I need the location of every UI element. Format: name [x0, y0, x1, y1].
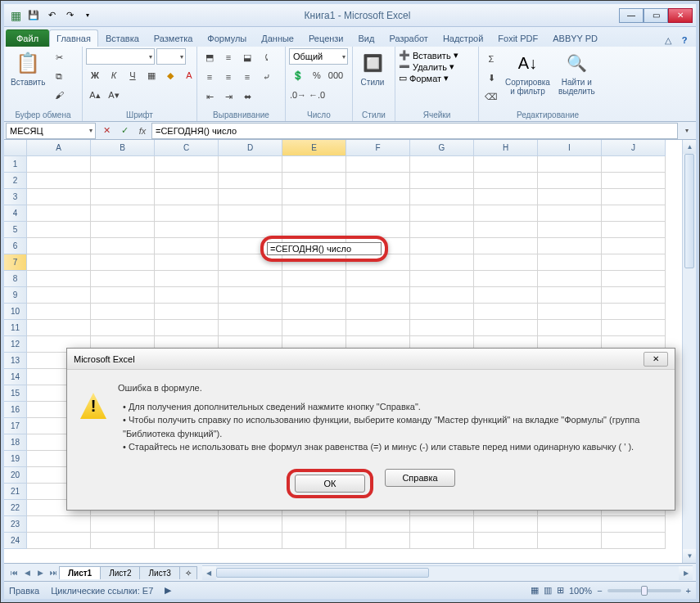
fill-color-button[interactable]: ◆ [161, 66, 179, 84]
cell[interactable] [91, 271, 155, 287]
row-header[interactable]: 17 [4, 418, 27, 434]
cell[interactable] [346, 156, 410, 173]
cell[interactable] [91, 205, 155, 222]
enter-formula-button[interactable]: ✓ [115, 123, 133, 139]
row-header[interactable]: 16 [4, 402, 27, 418]
decrease-font-button[interactable]: A▾ [105, 86, 123, 104]
help-icon[interactable]: ? [678, 34, 691, 47]
row-header[interactable]: 21 [4, 484, 27, 500]
vertical-scrollbar[interactable]: ▲ ▼ [682, 140, 696, 563]
cell[interactable] [538, 205, 602, 222]
cell[interactable] [282, 320, 346, 336]
dialog-close-button[interactable]: ✕ [644, 352, 668, 367]
view-layout-button[interactable]: ▥ [544, 585, 552, 596]
wrap-text-button[interactable]: ⤶ [257, 68, 275, 86]
align-bottom-button[interactable]: ⬓ [238, 48, 256, 66]
cell[interactable] [346, 304, 410, 320]
clear-button[interactable]: ⌫ [482, 88, 500, 106]
cell[interactable] [219, 304, 282, 320]
view-normal-button[interactable]: ▦ [531, 585, 539, 596]
cut-button[interactable]: ✂ [50, 48, 68, 66]
font-size-combo[interactable] [156, 48, 186, 65]
tab-formulas[interactable]: Формулы [200, 29, 254, 47]
cell[interactable] [155, 238, 219, 254]
column-header[interactable]: G [410, 140, 474, 156]
align-center-button[interactable]: ≡ [219, 68, 237, 86]
cell[interactable] [538, 173, 602, 189]
cell[interactable] [91, 320, 155, 336]
cell[interactable] [27, 189, 91, 205]
help-button[interactable]: Справка [385, 469, 455, 487]
insert-cells-button[interactable]: ➕Вставить ▾ [399, 50, 458, 61]
cell[interactable] [219, 173, 282, 189]
scroll-up-button[interactable]: ▲ [683, 140, 696, 154]
column-header[interactable]: I [538, 140, 602, 156]
cell[interactable] [410, 533, 474, 549]
macro-record-icon[interactable]: ▶ [165, 585, 171, 596]
border-button[interactable]: ▦ [142, 66, 160, 84]
cell[interactable] [27, 238, 91, 254]
cell[interactable] [602, 156, 666, 173]
autosum-button[interactable]: Σ [482, 50, 500, 68]
cell[interactable] [602, 516, 666, 533]
formula-input[interactable]: =СЕГОДНЯ() число [151, 123, 678, 139]
cell[interactable] [219, 320, 282, 336]
row-header[interactable]: 15 [4, 385, 27, 402]
zoom-out-button[interactable]: − [597, 586, 602, 596]
cell[interactable] [219, 189, 282, 205]
cell[interactable] [155, 516, 219, 533]
zoom-slider[interactable] [607, 589, 681, 592]
cell[interactable] [346, 205, 410, 222]
ok-button[interactable]: ОК [295, 475, 365, 493]
cell[interactable] [474, 271, 538, 287]
cell[interactable] [602, 189, 666, 205]
cell[interactable] [410, 189, 474, 205]
row-header[interactable]: 1 [4, 156, 27, 173]
cell[interactable] [91, 189, 155, 205]
horizontal-scrollbar[interactable]: ◀ ▶ [202, 565, 693, 579]
cell[interactable] [282, 205, 346, 222]
bold-button[interactable]: Ж [86, 66, 104, 84]
cell[interactable] [282, 189, 346, 205]
row-header[interactable]: 3 [4, 189, 27, 205]
increase-decimal-button[interactable]: .0→ [289, 86, 307, 104]
cell[interactable] [282, 287, 346, 304]
cell[interactable] [410, 254, 474, 271]
decrease-indent-button[interactable]: ⇤ [201, 88, 219, 106]
cell[interactable] [155, 271, 219, 287]
cell[interactable] [538, 254, 602, 271]
cell[interactable] [27, 287, 91, 304]
cell[interactable] [538, 516, 602, 533]
align-right-button[interactable]: ≡ [238, 68, 256, 86]
cell[interactable] [538, 304, 602, 320]
cell[interactable] [27, 320, 91, 336]
cell[interactable] [538, 533, 602, 549]
cell[interactable] [155, 156, 219, 173]
row-header[interactable]: 8 [4, 271, 27, 287]
sheet-tab-1[interactable]: Лист1 [59, 566, 101, 579]
cell[interactable] [91, 304, 155, 320]
cell[interactable] [91, 516, 155, 533]
cell[interactable] [410, 238, 474, 254]
new-sheet-button[interactable]: ✧ [179, 566, 197, 579]
row-header[interactable]: 13 [4, 353, 27, 369]
cell[interactable] [410, 287, 474, 304]
cell[interactable] [27, 173, 91, 189]
tab-home[interactable]: Главная [49, 29, 98, 47]
cell[interactable] [410, 304, 474, 320]
cell[interactable] [410, 222, 474, 238]
cell[interactable] [410, 173, 474, 189]
cell[interactable] [346, 533, 410, 549]
cell[interactable] [91, 254, 155, 271]
cell[interactable] [27, 304, 91, 320]
cell[interactable] [602, 320, 666, 336]
cell[interactable] [474, 222, 538, 238]
scroll-left-button[interactable]: ◀ [202, 566, 216, 580]
undo-button[interactable]: ↶ [43, 7, 60, 24]
cell[interactable] [602, 271, 666, 287]
cell[interactable] [27, 254, 91, 271]
font-name-combo[interactable] [86, 48, 155, 65]
cell[interactable] [282, 533, 346, 549]
row-header[interactable]: 11 [4, 320, 27, 336]
cell[interactable] [155, 222, 219, 238]
